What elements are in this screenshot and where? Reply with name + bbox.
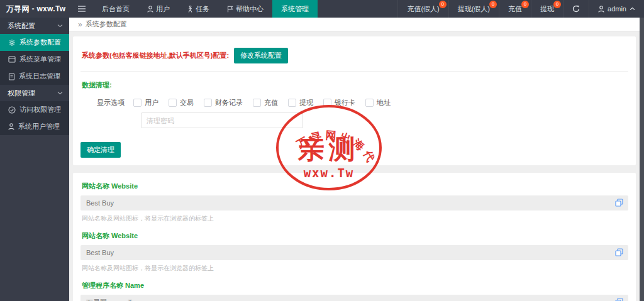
checkbox-box[interactable]: [253, 99, 261, 107]
app-logo: 万寻网 - wxw.Tw: [0, 0, 70, 18]
walking-person-icon: [187, 6, 193, 13]
recharge-button[interactable]: 充值 0: [499, 0, 531, 18]
recharge-fake-button[interactable]: 充值(假人) 0: [397, 0, 448, 18]
checkbox-box[interactable]: [204, 99, 212, 107]
checkbox-bank-card[interactable]: 银行卡: [323, 98, 355, 107]
sidebar-item-system-menus[interactable]: 系统菜单管理: [0, 51, 69, 68]
nav-label: 系统管理: [281, 4, 309, 14]
checkbox-recharge[interactable]: 充值: [253, 98, 278, 107]
document-icon: [8, 73, 15, 80]
sidebar-item-access-permissions[interactable]: 访问权限管理: [0, 101, 69, 118]
cleanup-submit-row: 确定清理: [80, 142, 628, 158]
field-label: 网站名称 Website: [82, 182, 628, 191]
nav-item-home[interactable]: 后台首页: [93, 0, 138, 18]
checkbox-transactions[interactable]: 交易: [169, 98, 194, 107]
system-config-card: 系统参数(包括客服链接地址,默认手机区号)配置: 修改系统配置 数据清理: 显示…: [73, 36, 636, 165]
admin-user-menu[interactable]: admin: [589, 0, 644, 18]
cleanup-options-row: 显示选项 用户 交易 财务记录 充值 提现: [97, 98, 628, 107]
person-icon: [598, 6, 604, 13]
sidebar-item-system-params[interactable]: 系统参数配置: [0, 34, 69, 51]
nav-item-tasks[interactable]: 任务: [179, 0, 218, 18]
checkbox-box[interactable]: [323, 99, 331, 107]
checkbox-box[interactable]: [365, 99, 374, 107]
gear-icon: [8, 39, 16, 47]
hamburger-icon: [78, 6, 86, 12]
top-navbar: 万寻网 - wxw.Tw 后台首页 用户 任务 帮助中心 系统管理 充值(假人)…: [0, 0, 644, 18]
site-settings-card: 网站名称 Website 网站名称及网站图标，将显示在浏览器的标签上 网站名称 …: [73, 173, 636, 301]
checkbox-finance-records[interactable]: 财务记录: [204, 98, 243, 107]
sidebar-item-system-logs[interactable]: 系统日志管理: [0, 68, 69, 85]
field-label: 网站名称 Website: [82, 231, 628, 241]
refresh-icon: [572, 5, 580, 13]
tr-label: 提现: [540, 4, 554, 14]
checkbox-label: 提现: [299, 98, 313, 107]
breadcrumb-arrow-icon: »: [78, 20, 82, 29]
nav-label: 后台首页: [102, 4, 130, 14]
copy-icon[interactable]: [615, 199, 623, 207]
admin-name-input[interactable]: [80, 295, 628, 301]
checkbox-label: 充值: [264, 98, 278, 107]
withdraw-fake-button[interactable]: 提现(假人) 0: [448, 0, 499, 18]
recharge-badge: 0: [521, 1, 529, 8]
field-help: 网站名称及网站图标，将显示在浏览器的标签上: [82, 264, 628, 273]
menu-card-icon: [8, 56, 16, 63]
tr-label: 充值(假人): [407, 4, 439, 14]
checkbox-withdraw[interactable]: 提现: [288, 98, 313, 107]
field-website-name-2: 网站名称 Website 网站名称及网站图标，将显示在浏览器的标签上: [80, 231, 628, 273]
checkbox-box[interactable]: [288, 99, 296, 107]
checkbox-label: 用户: [145, 98, 158, 107]
config-notice-text: 系统参数(包括客服链接地址,默认手机区号)配置:: [82, 51, 229, 60]
breadcrumb-current: 系统参数配置: [86, 19, 127, 29]
nav-item-help-center[interactable]: 帮助中心: [218, 0, 272, 18]
checkbox-label: 交易: [180, 98, 194, 107]
sidebar-item-label: 系统日志管理: [19, 72, 60, 81]
checkbox-box[interactable]: [169, 99, 177, 107]
chevron-down-icon: [57, 24, 63, 28]
modify-system-config-button[interactable]: 修改系统配置: [234, 48, 288, 63]
check-circle-icon: [8, 106, 16, 114]
flag-icon: [227, 6, 233, 13]
nav-label: 任务: [196, 4, 209, 14]
withdraw-fake-badge: 0: [489, 1, 497, 8]
checkbox-label: 银行卡: [335, 98, 355, 107]
admin-username: admin: [608, 5, 626, 13]
sidebar-group-permissions[interactable]: 权限管理: [0, 85, 69, 101]
sidebar-item-system-users[interactable]: 系统用户管理: [0, 118, 69, 135]
field-admin-name: 管理程序名称 Name 管理程序名称，将显示在后台左上角标题: [80, 281, 628, 301]
confirm-cleanup-button[interactable]: 确定清理: [80, 142, 121, 158]
main-content: » 系统参数配置 系统参数(包括客服链接地址,默认手机区号)配置: 修改系统配置…: [69, 18, 640, 301]
copy-icon[interactable]: [615, 248, 623, 256]
field-website-name-1: 网站名称 Website 网站名称及网站图标，将显示在浏览器的标签上: [80, 182, 628, 223]
vertical-scrollbar[interactable]: [640, 18, 644, 301]
website-name-input-2[interactable]: [80, 245, 628, 260]
nav-item-system-management[interactable]: 系统管理: [272, 0, 318, 18]
group-label: 系统配置: [8, 21, 35, 31]
refresh-button[interactable]: [563, 0, 589, 18]
checkbox-label: 地址: [377, 98, 391, 107]
copy-icon[interactable]: [615, 298, 623, 301]
options-label: 显示选项: [97, 98, 125, 107]
withdraw-badge: 0: [553, 1, 561, 8]
sidebar: 系统配置 系统参数配置 系统菜单管理 系统日志管理 权限管理 访问权限管理 系统…: [0, 18, 69, 301]
sidebar-menu: 系统配置 系统参数配置 系统菜单管理 系统日志管理 权限管理 访问权限管理 系统…: [0, 18, 69, 135]
breadcrumb: » 系统参数配置: [69, 18, 640, 31]
checkbox-label: 财务记录: [215, 98, 243, 107]
field-label: 管理程序名称 Name: [82, 281, 628, 290]
person-icon: [147, 6, 153, 13]
field-help: 网站名称及网站图标，将显示在浏览器的标签上: [82, 214, 628, 223]
withdraw-button[interactable]: 提现 0: [531, 0, 563, 18]
nav-item-users[interactable]: 用户: [138, 0, 179, 18]
checkbox-box[interactable]: [133, 99, 142, 107]
cleanup-password-input[interactable]: [141, 112, 303, 128]
chevron-up-icon: [630, 7, 635, 11]
sidebar-item-label: 访问权限管理: [19, 105, 61, 114]
hamburger-menu-button[interactable]: [70, 0, 93, 18]
sidebar-item-label: 系统用户管理: [18, 122, 60, 131]
sidebar-group-system-config[interactable]: 系统配置: [0, 18, 69, 34]
group-label: 权限管理: [8, 89, 35, 98]
nav-label: 用户: [156, 4, 170, 14]
website-name-input-1[interactable]: [80, 195, 628, 211]
checkbox-address[interactable]: 地址: [365, 98, 391, 107]
checkbox-users[interactable]: 用户: [133, 98, 158, 107]
tr-label: 提现(假人): [458, 4, 490, 14]
